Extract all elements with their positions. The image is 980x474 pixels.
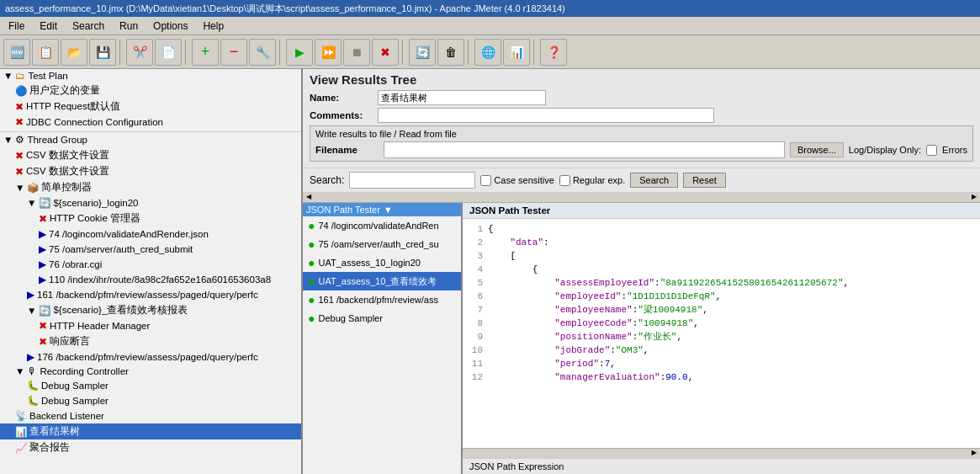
toolbar-remote[interactable]: 🌐 bbox=[474, 39, 501, 66]
reset-button[interactable]: Reset bbox=[683, 173, 726, 188]
scroll-bottom-right[interactable]: ▶ bbox=[968, 449, 980, 458]
tree-item-jdbc[interactable]: ✖ JDBC Connection Configuration bbox=[0, 115, 301, 130]
tree-item-s161[interactable]: ▶ 161 /backend/pfm/review/assess/paged/q… bbox=[0, 287, 301, 302]
toolbar-play[interactable]: ▶ bbox=[286, 39, 313, 66]
tree-item-cookie[interactable]: ✖ HTTP Cookie 管理器 bbox=[0, 210, 301, 226]
tree-item-results-tree[interactable]: 📊 查看结果树 bbox=[0, 423, 301, 439]
csv-icon2: ✖ bbox=[15, 166, 24, 178]
status-icon-uat-login: ● bbox=[308, 256, 315, 269]
result-label-75: 75 /oam/server/auth_cred_su bbox=[318, 239, 438, 249]
tree-item-uservar[interactable]: 🔵 用户定义的变量 bbox=[0, 83, 301, 99]
tree-label: 查看结果树 bbox=[29, 425, 80, 438]
log-only-row: Log/Display Only: Errors bbox=[849, 145, 967, 156]
json-scrollbar-bottom: ▶ bbox=[463, 448, 980, 458]
tree-item-recording[interactable]: ▼ 🎙 Recording Controller bbox=[0, 365, 301, 378]
toolbar-toggle[interactable]: 🔧 bbox=[249, 39, 276, 66]
toolbar-play-current[interactable]: ⏩ bbox=[315, 39, 342, 66]
tree-item-scenario-login[interactable]: ▼ 🔄 ${scenario}_login20 bbox=[0, 195, 301, 210]
result-label-debug: Debug Sampler bbox=[318, 313, 382, 323]
tree-label: 161 /backend/pfm/review/assess/paged/que… bbox=[37, 290, 258, 300]
filename-label: Filename bbox=[315, 145, 379, 155]
result-item-uat-assess[interactable]: ● UAT_assess_10_查看绩效考 bbox=[303, 272, 461, 290]
browse-button[interactable]: Browse... bbox=[790, 142, 844, 157]
loop-icon: 🔄 bbox=[39, 197, 50, 209]
tree-item-csv1[interactable]: ✖ CSV 数据文件设置 bbox=[0, 147, 301, 163]
tree-item-s76[interactable]: ▶ 76 /obrar.cgi bbox=[0, 257, 301, 272]
status-icon-74: ● bbox=[308, 219, 315, 232]
tree-item-csv2[interactable]: ✖ CSV 数据文件设置 bbox=[0, 163, 301, 179]
log-checkbox[interactable] bbox=[926, 145, 937, 156]
comments-label: Comments: bbox=[310, 110, 373, 120]
tree-label: 74 /logincom/validateAndRender.json bbox=[49, 229, 209, 239]
tree-item-aggregate[interactable]: 📈 聚合报告 bbox=[0, 439, 301, 455]
toolbar-help[interactable]: ❓ bbox=[540, 39, 567, 66]
plan-icon: 🗂 bbox=[15, 71, 25, 81]
tree-item-threadgroup[interactable]: ▼ ⚙ Thread Group bbox=[0, 131, 301, 147]
tree-item-debug2[interactable]: 🐛 Debug Sampler bbox=[0, 393, 301, 408]
search-label: Search: bbox=[310, 174, 344, 186]
result-item-75[interactable]: ● 75 /oam/server/auth_cred_su bbox=[303, 235, 461, 253]
case-sensitive-checkbox[interactable] bbox=[480, 175, 491, 186]
menu-run[interactable]: Run bbox=[116, 19, 141, 33]
tree-item-httpreq-default[interactable]: ✖ HTTP Request默认值 bbox=[0, 99, 301, 115]
toolbar-clear-all[interactable]: 🗑 bbox=[437, 39, 464, 66]
toolbar-stop[interactable]: ⏹ bbox=[343, 39, 370, 66]
tree-item-s75[interactable]: ▶ 75 /oam/server/auth_cred_submit bbox=[0, 242, 301, 257]
json-display-panel: JSON Path Tester 1 { 2 "data": 3 [ bbox=[463, 203, 980, 474]
toolbar-copy[interactable]: 📄 bbox=[155, 39, 182, 66]
name-input[interactable] bbox=[378, 90, 546, 105]
toolbar-clear[interactable]: 🔄 bbox=[409, 39, 436, 66]
case-sensitive-label: Case sensitive bbox=[480, 175, 554, 186]
filename-input[interactable] bbox=[384, 141, 785, 158]
expand-icon: ▼ bbox=[3, 71, 13, 81]
tree-item-s176[interactable]: ▶ 176 /backend/pfm/review/assess/paged/q… bbox=[0, 349, 301, 365]
tree-item-s110[interactable]: ▶ 110 /index/ihr/route/8a98c2fa652e16a60… bbox=[0, 272, 301, 287]
tree-label: HTTP Header Manager bbox=[50, 321, 150, 331]
result-item-debug[interactable]: ● Debug Sampler bbox=[303, 309, 461, 328]
menu-help[interactable]: Help bbox=[199, 19, 227, 33]
toolbar-new[interactable]: 🆕 bbox=[3, 39, 30, 66]
toolbar-shutdown[interactable]: ✖ bbox=[372, 39, 399, 66]
json-content[interactable]: 1 { 2 "data": 3 [ 4 { bbox=[463, 219, 980, 448]
tree-item-assert[interactable]: ✖ 响应断言 bbox=[0, 333, 301, 349]
results-title: View Results Tree bbox=[310, 72, 973, 87]
results-dropdown[interactable]: JSON Path Tester ▼ bbox=[303, 203, 461, 216]
debug-icon2: 🐛 bbox=[27, 395, 39, 407]
tree-label: Backend Listener bbox=[29, 411, 104, 421]
comments-input[interactable] bbox=[378, 108, 714, 123]
toolbar-save[interactable]: 💾 bbox=[89, 39, 116, 66]
toolbar-remove[interactable]: − bbox=[220, 39, 247, 66]
toolbar-add[interactable]: + bbox=[192, 39, 219, 66]
sampler-icon4: ▶ bbox=[39, 274, 46, 285]
toolbar-open[interactable]: 📂 bbox=[61, 39, 87, 66]
menu-options[interactable]: Options bbox=[150, 19, 191, 33]
search-button[interactable]: Search bbox=[630, 173, 678, 188]
tree-item-debug1[interactable]: 🐛 Debug Sampler bbox=[0, 378, 301, 393]
toolbar-template[interactable]: 📋 bbox=[32, 39, 59, 66]
regular-exp-checkbox[interactable] bbox=[559, 175, 570, 186]
toolbar-cut[interactable]: ✂️ bbox=[126, 39, 153, 66]
toolbar-log[interactable]: 📊 bbox=[503, 39, 530, 66]
menu-search[interactable]: Search bbox=[69, 19, 108, 33]
scroll-left[interactable]: ◀ bbox=[303, 193, 315, 202]
menu-edit[interactable]: Edit bbox=[36, 19, 61, 33]
tree-item-s74[interactable]: ▶ 74 /logincom/validateAndRender.json bbox=[0, 226, 301, 242]
tree-item-scenario-perf[interactable]: ▼ 🔄 ${scenario}_查看绩效考核报表 bbox=[0, 302, 301, 318]
dropdown-label: JSON Path Tester bbox=[306, 205, 380, 215]
result-item-uat-login[interactable]: ● UAT_assess_10_login20 bbox=[303, 253, 461, 272]
var-icon: 🔵 bbox=[15, 85, 27, 97]
toolbar-sep5 bbox=[468, 40, 471, 65]
search-input[interactable] bbox=[349, 172, 475, 189]
scroll-right[interactable]: ▶ bbox=[968, 193, 980, 202]
json-line-3: 3 [ bbox=[466, 249, 977, 263]
result-item-161[interactable]: ● 161 /backend/pfm/review/ass bbox=[303, 290, 461, 309]
tree-item-testplan[interactable]: ▼ 🗂 Test Plan bbox=[0, 69, 301, 83]
tree-item-simplectrl[interactable]: ▼ 📦 简单控制器 bbox=[0, 179, 301, 195]
menu-file[interactable]: File bbox=[5, 19, 28, 33]
json-line-12: 12 "managerEvaluation":90.0, bbox=[466, 370, 977, 384]
json-line-4: 4 { bbox=[466, 263, 977, 276]
tree-item-header[interactable]: ✖ HTTP Header Manager bbox=[0, 318, 301, 333]
tree-item-backend[interactable]: 📡 Backend Listener bbox=[0, 408, 301, 423]
result-item-74[interactable]: ● 74 /logincom/validateAndRen bbox=[303, 216, 461, 235]
agg-icon: 📈 bbox=[15, 442, 27, 454]
